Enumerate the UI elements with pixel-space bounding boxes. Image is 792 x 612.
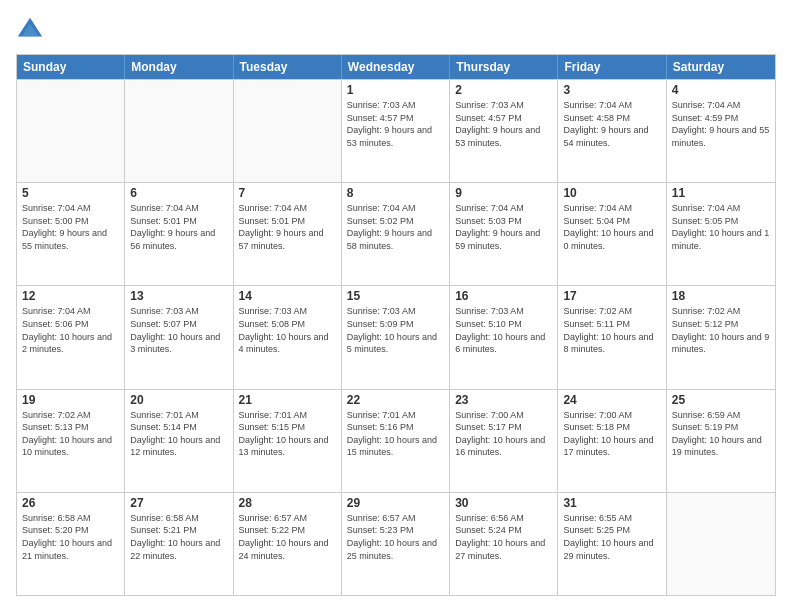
day-info: Sunrise: 7:02 AM Sunset: 5:11 PM Dayligh… [563, 305, 660, 355]
day-info: Sunrise: 7:01 AM Sunset: 5:14 PM Dayligh… [130, 409, 227, 459]
cal-cell-15: 15Sunrise: 7:03 AM Sunset: 5:09 PM Dayli… [342, 286, 450, 388]
header-day-saturday: Saturday [667, 55, 775, 79]
day-info: Sunrise: 7:04 AM Sunset: 5:03 PM Dayligh… [455, 202, 552, 252]
day-info: Sunrise: 7:03 AM Sunset: 5:09 PM Dayligh… [347, 305, 444, 355]
day-number: 31 [563, 496, 660, 510]
day-info: Sunrise: 7:04 AM Sunset: 4:58 PM Dayligh… [563, 99, 660, 149]
day-number: 19 [22, 393, 119, 407]
day-number: 23 [455, 393, 552, 407]
week-row-4: 19Sunrise: 7:02 AM Sunset: 5:13 PM Dayli… [17, 389, 775, 492]
day-info: Sunrise: 6:56 AM Sunset: 5:24 PM Dayligh… [455, 512, 552, 562]
cal-cell-18: 18Sunrise: 7:02 AM Sunset: 5:12 PM Dayli… [667, 286, 775, 388]
day-number: 17 [563, 289, 660, 303]
day-number: 5 [22, 186, 119, 200]
cal-cell-22: 22Sunrise: 7:01 AM Sunset: 5:16 PM Dayli… [342, 390, 450, 492]
cal-cell-8: 8Sunrise: 7:04 AM Sunset: 5:02 PM Daylig… [342, 183, 450, 285]
cal-cell-empty-6 [667, 493, 775, 595]
day-info: Sunrise: 7:03 AM Sunset: 5:07 PM Dayligh… [130, 305, 227, 355]
cal-cell-26: 26Sunrise: 6:58 AM Sunset: 5:20 PM Dayli… [17, 493, 125, 595]
day-info: Sunrise: 7:01 AM Sunset: 5:16 PM Dayligh… [347, 409, 444, 459]
cal-cell-10: 10Sunrise: 7:04 AM Sunset: 5:04 PM Dayli… [558, 183, 666, 285]
day-number: 11 [672, 186, 770, 200]
logo [16, 16, 48, 44]
day-number: 22 [347, 393, 444, 407]
day-info: Sunrise: 7:03 AM Sunset: 5:08 PM Dayligh… [239, 305, 336, 355]
header-day-thursday: Thursday [450, 55, 558, 79]
day-info: Sunrise: 7:02 AM Sunset: 5:12 PM Dayligh… [672, 305, 770, 355]
day-number: 26 [22, 496, 119, 510]
cal-cell-20: 20Sunrise: 7:01 AM Sunset: 5:14 PM Dayli… [125, 390, 233, 492]
day-info: Sunrise: 7:04 AM Sunset: 5:00 PM Dayligh… [22, 202, 119, 252]
day-number: 20 [130, 393, 227, 407]
day-info: Sunrise: 6:57 AM Sunset: 5:22 PM Dayligh… [239, 512, 336, 562]
day-number: 4 [672, 83, 770, 97]
cal-cell-5: 5Sunrise: 7:04 AM Sunset: 5:00 PM Daylig… [17, 183, 125, 285]
cal-cell-9: 9Sunrise: 7:04 AM Sunset: 5:03 PM Daylig… [450, 183, 558, 285]
cal-cell-6: 6Sunrise: 7:04 AM Sunset: 5:01 PM Daylig… [125, 183, 233, 285]
day-number: 15 [347, 289, 444, 303]
day-info: Sunrise: 7:04 AM Sunset: 4:59 PM Dayligh… [672, 99, 770, 149]
day-info: Sunrise: 7:03 AM Sunset: 4:57 PM Dayligh… [347, 99, 444, 149]
day-info: Sunrise: 6:59 AM Sunset: 5:19 PM Dayligh… [672, 409, 770, 459]
day-number: 1 [347, 83, 444, 97]
cal-cell-16: 16Sunrise: 7:03 AM Sunset: 5:10 PM Dayli… [450, 286, 558, 388]
day-number: 14 [239, 289, 336, 303]
cal-cell-17: 17Sunrise: 7:02 AM Sunset: 5:11 PM Dayli… [558, 286, 666, 388]
day-info: Sunrise: 7:03 AM Sunset: 5:10 PM Dayligh… [455, 305, 552, 355]
cal-cell-27: 27Sunrise: 6:58 AM Sunset: 5:21 PM Dayli… [125, 493, 233, 595]
cal-cell-3: 3Sunrise: 7:04 AM Sunset: 4:58 PM Daylig… [558, 80, 666, 182]
cal-cell-12: 12Sunrise: 7:04 AM Sunset: 5:06 PM Dayli… [17, 286, 125, 388]
logo-icon [16, 16, 44, 44]
cal-cell-2: 2Sunrise: 7:03 AM Sunset: 4:57 PM Daylig… [450, 80, 558, 182]
week-row-3: 12Sunrise: 7:04 AM Sunset: 5:06 PM Dayli… [17, 285, 775, 388]
day-info: Sunrise: 6:57 AM Sunset: 5:23 PM Dayligh… [347, 512, 444, 562]
header-day-friday: Friday [558, 55, 666, 79]
cal-cell-11: 11Sunrise: 7:04 AM Sunset: 5:05 PM Dayli… [667, 183, 775, 285]
day-info: Sunrise: 7:00 AM Sunset: 5:17 PM Dayligh… [455, 409, 552, 459]
day-number: 24 [563, 393, 660, 407]
day-number: 30 [455, 496, 552, 510]
day-number: 12 [22, 289, 119, 303]
cal-cell-14: 14Sunrise: 7:03 AM Sunset: 5:08 PM Dayli… [234, 286, 342, 388]
day-number: 13 [130, 289, 227, 303]
week-row-2: 5Sunrise: 7:04 AM Sunset: 5:00 PM Daylig… [17, 182, 775, 285]
day-number: 21 [239, 393, 336, 407]
day-number: 18 [672, 289, 770, 303]
day-info: Sunrise: 7:04 AM Sunset: 5:02 PM Dayligh… [347, 202, 444, 252]
page: SundayMondayTuesdayWednesdayThursdayFrid… [0, 0, 792, 612]
header [16, 16, 776, 44]
day-info: Sunrise: 7:01 AM Sunset: 5:15 PM Dayligh… [239, 409, 336, 459]
day-info: Sunrise: 7:00 AM Sunset: 5:18 PM Dayligh… [563, 409, 660, 459]
cal-cell-28: 28Sunrise: 6:57 AM Sunset: 5:22 PM Dayli… [234, 493, 342, 595]
week-row-1: 1Sunrise: 7:03 AM Sunset: 4:57 PM Daylig… [17, 79, 775, 182]
day-info: Sunrise: 7:04 AM Sunset: 5:01 PM Dayligh… [239, 202, 336, 252]
day-number: 29 [347, 496, 444, 510]
week-row-5: 26Sunrise: 6:58 AM Sunset: 5:20 PM Dayli… [17, 492, 775, 595]
header-day-monday: Monday [125, 55, 233, 79]
calendar-body: 1Sunrise: 7:03 AM Sunset: 4:57 PM Daylig… [17, 79, 775, 595]
day-info: Sunrise: 7:04 AM Sunset: 5:06 PM Dayligh… [22, 305, 119, 355]
day-number: 2 [455, 83, 552, 97]
cal-cell-31: 31Sunrise: 6:55 AM Sunset: 5:25 PM Dayli… [558, 493, 666, 595]
day-number: 6 [130, 186, 227, 200]
day-info: Sunrise: 7:04 AM Sunset: 5:05 PM Dayligh… [672, 202, 770, 252]
cal-cell-13: 13Sunrise: 7:03 AM Sunset: 5:07 PM Dayli… [125, 286, 233, 388]
day-number: 3 [563, 83, 660, 97]
day-info: Sunrise: 7:03 AM Sunset: 4:57 PM Dayligh… [455, 99, 552, 149]
day-info: Sunrise: 7:02 AM Sunset: 5:13 PM Dayligh… [22, 409, 119, 459]
day-number: 7 [239, 186, 336, 200]
header-day-tuesday: Tuesday [234, 55, 342, 79]
day-info: Sunrise: 6:58 AM Sunset: 5:21 PM Dayligh… [130, 512, 227, 562]
cal-cell-25: 25Sunrise: 6:59 AM Sunset: 5:19 PM Dayli… [667, 390, 775, 492]
cal-cell-empty-0 [17, 80, 125, 182]
day-number: 25 [672, 393, 770, 407]
day-number: 27 [130, 496, 227, 510]
cal-cell-23: 23Sunrise: 7:00 AM Sunset: 5:17 PM Dayli… [450, 390, 558, 492]
day-info: Sunrise: 7:04 AM Sunset: 5:01 PM Dayligh… [130, 202, 227, 252]
day-info: Sunrise: 7:04 AM Sunset: 5:04 PM Dayligh… [563, 202, 660, 252]
day-info: Sunrise: 6:58 AM Sunset: 5:20 PM Dayligh… [22, 512, 119, 562]
day-number: 10 [563, 186, 660, 200]
day-number: 8 [347, 186, 444, 200]
cal-cell-30: 30Sunrise: 6:56 AM Sunset: 5:24 PM Dayli… [450, 493, 558, 595]
header-day-wednesday: Wednesday [342, 55, 450, 79]
